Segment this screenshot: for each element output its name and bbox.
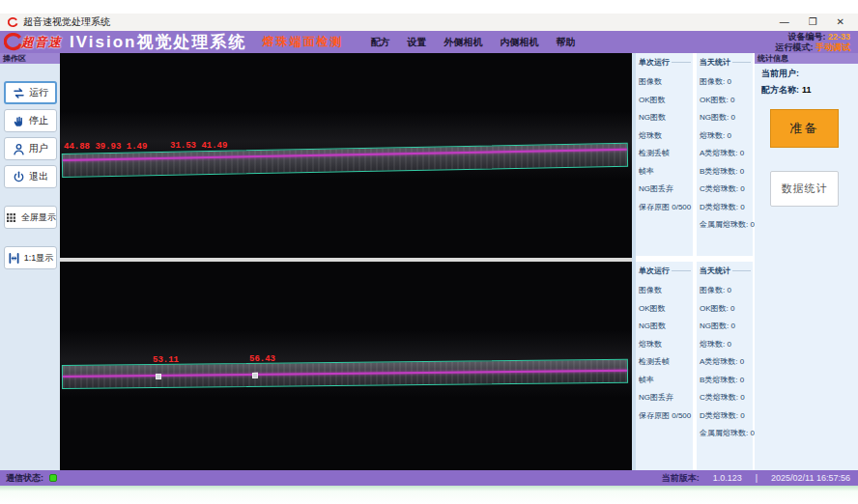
today-stats-top: 当天统计 图像数: 0OK图数: 0NG图数: 0熔珠数: 0A类熔珠数: 0B… [697, 53, 753, 256]
menu-item[interactable]: 帮助 [556, 36, 575, 49]
main-menu: 配方设置外侧相机内侧相机帮助 [370, 36, 575, 49]
one-to-one-icon [7, 251, 21, 266]
stop-hand-icon [12, 114, 26, 128]
run-button[interactable]: 运行 [4, 81, 57, 104]
menu-item[interactable]: 外侧相机 [443, 36, 482, 49]
measurement-annotation: 44.88 39.93 1.49 [64, 142, 147, 152]
statistics-info-panel: 统计信息 当前用户: 配方名称:11 准备 数据统计 [755, 53, 858, 470]
stat-row: 图像数 [639, 73, 693, 92]
app-subtitle: 熔珠端面检测 [262, 34, 343, 50]
stat-row: A类熔珠数: 0 [700, 353, 753, 372]
stat-row: NG图数: 0 [700, 109, 753, 127]
single-run-rows: 图像数OK图数NG图数熔珠数检测丢帧帧率NG图丢弃保存原图 0/500 [636, 276, 693, 425]
separator: | [756, 473, 758, 483]
exit-button[interactable]: 退出 [4, 165, 57, 188]
brand-swirl-icon [4, 33, 23, 52]
operation-sidebar: 操作区 运行 停止 用户 [0, 53, 60, 470]
sidebar-title: 操作区 [0, 53, 60, 64]
stat-row: OK图数 [639, 300, 693, 319]
stat-row: 熔珠数: 0 [700, 336, 753, 354]
measurement-annotation: 31.53 41.49 [170, 141, 227, 151]
stats-group-title: 单次运行 [639, 266, 670, 276]
stat-row: 检测丢帧 [639, 353, 693, 372]
power-icon [12, 170, 26, 184]
app-header: 超音速 IVision视觉处理系统 熔珠端面检测 配方设置外侧相机内侧相机帮助 … [0, 31, 858, 53]
stat-row: B类熔珠数: 0 [700, 163, 753, 182]
stat-row: NG图数 [639, 318, 693, 336]
run-button-label: 运行 [29, 86, 48, 99]
fullscreen-button[interactable]: 全屏显示 [4, 206, 57, 229]
stop-button-label: 停止 [29, 114, 48, 127]
menu-item[interactable]: 内侧相机 [500, 36, 538, 49]
maximize-button[interactable]: ❐ [809, 17, 817, 27]
stats-group-title: 单次运行 [639, 57, 670, 68]
menu-item[interactable]: 配方 [370, 36, 389, 49]
stat-row: 熔珠数 [639, 336, 693, 354]
stat-row: A类熔珠数: 0 [700, 145, 753, 163]
inner-camera-view[interactable]: 53.11 56.43 [60, 262, 632, 470]
recipe-name-label: 配方名称: [761, 85, 799, 95]
stat-row: 熔珠数 [639, 127, 693, 146]
status-bar: 通信状态: 当前版本: 1.0.123 | 2025/02/11 16:57:5… [0, 470, 858, 486]
defect-marker [252, 373, 258, 378]
menu-item[interactable]: 设置 [407, 36, 426, 49]
today-stats-bottom: 当天统计 图像数: 0OK图数: 0NG图数: 0熔珠数: 0A类熔珠数: 0B… [697, 262, 753, 470]
stat-row: OK图数 [639, 92, 693, 110]
data-statistics-button[interactable]: 数据统计 [770, 171, 839, 207]
measurement-annotation: 53.11 [153, 355, 179, 365]
user-button[interactable]: 用户 [4, 137, 57, 160]
stat-row: C类熔珠数: 0 [700, 389, 753, 407]
single-run-rows: 图像数OK图数NG图数熔珠数检测丢帧帧率NG图丢弃保存原图 0/500 [636, 68, 693, 216]
app-window: 超音速视觉处理系统 — ❐ ✕ 超音速 IVision视觉处理系统 熔珠端面检测… [0, 0, 858, 504]
outer-camera-view[interactable]: 44.88 39.93 1.49 31.53 41.49 [60, 53, 632, 258]
single-run-stats-top: 单次运行 图像数OK图数NG图数熔珠数检测丢帧帧率NG图丢弃保存原图 0/500 [636, 53, 693, 256]
exit-button-label: 退出 [29, 170, 48, 183]
os-titlebar: 超音速视觉处理系统 — ❐ ✕ [0, 14, 858, 31]
user-button-label: 用户 [29, 142, 48, 155]
stats-group-title: 当天统计 [700, 57, 730, 68]
current-user-label: 当前用户: [761, 69, 799, 78]
one-to-one-button-label: 1:1显示 [24, 252, 54, 265]
user-icon [12, 142, 26, 156]
window-title: 超音速视觉处理系统 [23, 15, 110, 29]
stat-row: NG图丢弃 [639, 181, 693, 199]
fullscreen-button-label: 全屏显示 [21, 211, 56, 224]
app-logo-icon [8, 17, 18, 28]
fullscreen-grid-icon [4, 210, 18, 225]
stat-row: 金属屑熔珠数: 0 [700, 425, 753, 443]
taskbar-strip [0, 486, 858, 504]
stat-row: OK图数: 0 [700, 92, 753, 110]
run-mode-label: 运行模式: [775, 42, 813, 52]
stat-row: D类熔珠数: 0 [700, 199, 753, 217]
run-icon [12, 86, 26, 100]
device-number-value: 22-33 [828, 32, 850, 42]
stat-row: NG图丢弃 [639, 389, 693, 407]
stat-row: 保存原图 0/500 [639, 199, 693, 217]
today-rows: 图像数: 0OK图数: 0NG图数: 0熔珠数: 0A类熔珠数: 0B类熔珠数:… [697, 68, 753, 235]
stat-row: 保存原图 0/500 [639, 407, 693, 426]
stat-row: 熔珠数: 0 [700, 127, 753, 146]
stat-row: B类熔珠数: 0 [700, 372, 753, 390]
close-button[interactable]: ✕ [837, 17, 844, 27]
version-label: 当前版本: [662, 472, 700, 485]
device-info: 设备编号: 22-33 运行模式: 手动调试 [775, 32, 850, 53]
stat-row: OK图数: 0 [700, 300, 753, 319]
brand-name: 超音速 [21, 34, 62, 51]
prepare-button[interactable]: 准备 [770, 109, 839, 148]
stat-row: 帧率 [639, 163, 693, 182]
stat-row: C类熔珠数: 0 [700, 181, 753, 199]
stats-group-title: 当天统计 [700, 266, 730, 276]
stat-row: 图像数: 0 [700, 282, 753, 300]
comm-status-label: 通信状态: [6, 472, 43, 485]
datetime-value: 2025/02/11 16:57:56 [771, 473, 850, 483]
stop-button[interactable]: 停止 [4, 109, 57, 132]
minimize-button[interactable]: — [780, 17, 789, 27]
one-to-one-button[interactable]: 1:1显示 [4, 246, 57, 269]
page-title: IVision视觉处理系统 [70, 31, 246, 53]
run-mode-value: 手动调试 [815, 42, 850, 52]
stat-row: 图像数 [639, 282, 693, 300]
device-number-label: 设备编号: [787, 32, 825, 42]
laser-line [63, 370, 627, 378]
stat-row: 图像数: 0 [700, 73, 753, 92]
stat-row: 检测丢帧 [639, 145, 693, 163]
